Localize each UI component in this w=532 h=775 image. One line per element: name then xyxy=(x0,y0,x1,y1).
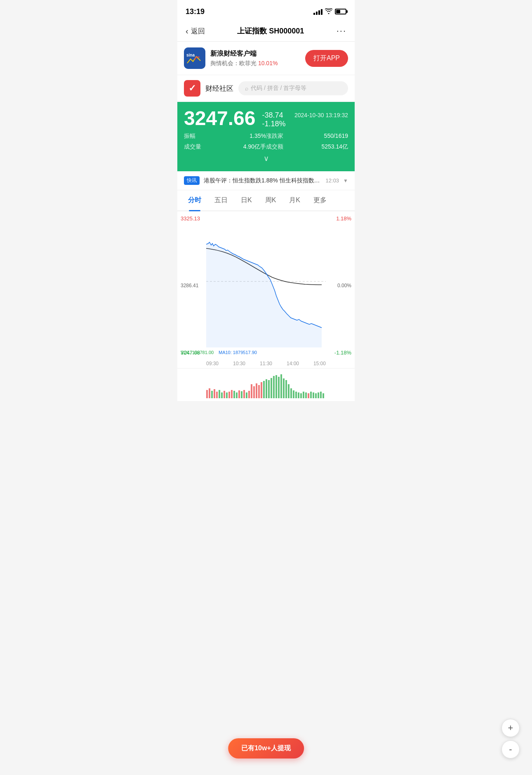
news-ticker[interactable]: 快讯 港股午评：恒生指数跌1.88% 恒生科技指数跌... 12:03 ▼ xyxy=(177,171,355,190)
svg-rect-24 xyxy=(258,385,260,398)
chart-x-2: 11:30 xyxy=(260,361,272,366)
quote-main: 3247.66 -38.74 -1.18% 2024-10-30 13:19:3… xyxy=(184,109,348,128)
back-label: 返回 xyxy=(191,26,205,36)
volume-area xyxy=(177,368,355,401)
svg-rect-27 xyxy=(266,379,267,398)
chart-tabs: 分时 五日 日K 周K 月K 更多 xyxy=(177,190,355,211)
svg-rect-0 xyxy=(184,47,205,69)
chart-y-mid: 3286.41 xyxy=(181,283,200,288)
svg-rect-17 xyxy=(241,391,242,398)
stat-value-2: 4.90亿手 xyxy=(225,143,266,151)
quote-header: 3247.66 -38.74 -1.18% 2024-10-30 13:19:3… xyxy=(177,102,355,171)
svg-rect-6 xyxy=(214,389,215,398)
svg-rect-31 xyxy=(275,375,277,398)
svg-rect-21 xyxy=(251,384,252,398)
chart-x-3: 14:00 xyxy=(287,361,299,366)
sina-logo: sina xyxy=(184,47,205,69)
stat-label-0: 振幅 xyxy=(184,132,225,140)
back-chevron-icon: ‹ xyxy=(186,26,188,36)
battery-icon xyxy=(335,9,346,14)
chart-y-high: 3325.13 xyxy=(181,215,200,222)
tab-wuri[interactable]: 五日 xyxy=(208,190,234,210)
svg-rect-3 xyxy=(206,390,208,398)
svg-rect-40 xyxy=(298,392,299,398)
svg-rect-32 xyxy=(278,377,280,398)
banner-subtitle: 舆情机会：欧菲光 10.01% xyxy=(210,60,300,67)
chart-y-labels-right: 1.18% 0.00% -1.18% xyxy=(334,211,351,368)
svg-rect-14 xyxy=(233,391,235,398)
more-button[interactable]: ··· xyxy=(337,26,346,36)
stat-value-1: 550/1619 xyxy=(307,132,348,140)
community-label: 财经社区 xyxy=(205,84,233,93)
community-logo: ✓ xyxy=(184,80,200,97)
svg-rect-33 xyxy=(280,374,282,398)
svg-rect-10 xyxy=(224,391,225,398)
signal-icon xyxy=(313,8,322,15)
svg-rect-11 xyxy=(226,392,228,398)
svg-rect-46 xyxy=(313,392,314,398)
svg-rect-16 xyxy=(238,390,240,398)
chart-x-0: 09:30 xyxy=(206,361,219,366)
svg-rect-30 xyxy=(273,376,275,398)
svg-rect-29 xyxy=(271,378,272,398)
svg-rect-36 xyxy=(288,384,290,398)
chart-y-labels-left: 3325.13 3286.41 3247.68 xyxy=(181,211,200,368)
nav-bar: ‹ 返回 上证指数 SH000001 ··· xyxy=(177,21,355,42)
svg-rect-8 xyxy=(219,390,220,398)
page-title: 上证指数 SH000001 xyxy=(237,26,304,36)
svg-rect-7 xyxy=(216,392,218,398)
chart-y-right-high: 1.18% xyxy=(334,215,351,222)
svg-rect-44 xyxy=(308,393,309,398)
svg-rect-43 xyxy=(305,392,307,398)
wifi-icon xyxy=(325,8,332,15)
stat-label-1: 涨跌家 xyxy=(266,132,307,140)
svg-rect-49 xyxy=(320,392,322,398)
svg-rect-12 xyxy=(228,392,230,398)
chart-x-labels: 09:30 10:30 11:30 14:00 15:00 xyxy=(206,359,326,368)
community-logo-icon: ✓ xyxy=(188,83,196,94)
svg-rect-47 xyxy=(315,393,317,398)
tab-fenshi[interactable]: 分时 xyxy=(181,190,208,210)
quote-change-abs: -38.74 xyxy=(262,111,286,120)
tab-yuek[interactable]: 月K xyxy=(282,190,307,210)
svg-rect-38 xyxy=(293,390,294,398)
stat-label-2: 成交量 xyxy=(184,143,225,151)
svg-rect-5 xyxy=(211,391,213,398)
expand-button[interactable]: ∨ xyxy=(184,154,348,163)
search-placeholder: 代码 / 拼音 / 首字母等 xyxy=(251,85,306,92)
tab-rik[interactable]: 日K xyxy=(234,190,259,210)
svg-rect-18 xyxy=(243,390,245,398)
svg-text:sina: sina xyxy=(186,53,195,57)
status-time: 13:19 xyxy=(186,7,205,16)
svg-rect-23 xyxy=(256,383,257,398)
svg-rect-13 xyxy=(231,390,233,398)
status-icons xyxy=(313,8,346,15)
svg-rect-35 xyxy=(285,380,287,398)
tab-zhouk[interactable]: 周K xyxy=(259,190,283,210)
chart-y-right-low: -1.18% xyxy=(334,350,351,356)
back-button[interactable]: ‹ 返回 xyxy=(186,26,205,36)
svg-rect-45 xyxy=(310,392,312,398)
news-badge: 快讯 xyxy=(184,176,200,185)
svg-rect-34 xyxy=(283,378,285,398)
quote-datetime: 2024-10-30 13:19:32 xyxy=(292,109,348,118)
banner-app-name: 新浪财经客户端 xyxy=(210,50,300,58)
ma-label: MA10: 1879517.90 xyxy=(219,350,257,355)
vol-label: VOL: 136781.00 xyxy=(181,350,214,355)
svg-rect-15 xyxy=(236,392,238,398)
sina-banner: sina 新浪财经客户端 舆情机会：欧菲光 10.01% 打开APP xyxy=(177,42,355,75)
status-bar: 13:19 xyxy=(177,0,355,21)
community-bar: ✓ 财经社区 ⌕ 代码 / 拼音 / 首字母等 xyxy=(177,75,355,102)
tab-more[interactable]: 更多 xyxy=(307,190,333,210)
svg-rect-41 xyxy=(300,393,302,398)
search-bar[interactable]: ⌕ 代码 / 拼音 / 首字母等 xyxy=(238,81,348,95)
expand-chevron-icon: ∨ xyxy=(264,154,269,163)
quote-change: -38.74 -1.18% xyxy=(262,109,286,128)
chart-container: 3325.13 3286.41 3247.68 1.18% 0.00% -1.1… xyxy=(177,211,355,368)
chart-x-1: 10:30 xyxy=(233,361,245,366)
svg-rect-19 xyxy=(246,392,247,398)
open-app-button[interactable]: 打开APP xyxy=(305,50,348,67)
svg-rect-25 xyxy=(261,382,262,398)
svg-rect-9 xyxy=(221,392,223,398)
svg-rect-39 xyxy=(295,392,297,398)
